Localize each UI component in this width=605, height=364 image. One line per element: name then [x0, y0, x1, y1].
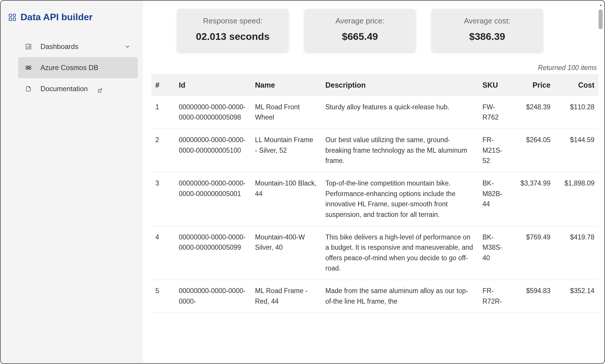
sidebar-nav: Dashboards Azure Cosmos DB — [1, 36, 143, 99]
cell-id: 00000000-0000-0000-0000-000000005100 — [175, 129, 251, 172]
cell-sku: FR-R72R- — [478, 280, 511, 313]
sidebar-item-label: Documentation — [40, 85, 88, 93]
cell-description: This bike delivers a high-level of perfo… — [321, 226, 478, 280]
sidebar-item-label: Azure Cosmos DB — [40, 64, 98, 72]
th-sku[interactable]: SKU — [478, 74, 511, 96]
th-name[interactable]: Name — [251, 74, 321, 96]
chevron-down-icon — [124, 43, 131, 50]
cell-cost: $352.14 — [555, 280, 599, 313]
card-value: $665.49 — [314, 31, 406, 42]
main-content: Response speed: 02.013 seconds Average p… — [143, 1, 604, 363]
cell-description: Sturdy alloy features a quick-release hu… — [321, 96, 478, 129]
table-row[interactable]: 300000000-0000-0000-0000-000000005001Mou… — [151, 172, 599, 226]
cell-id: 00000000-0000-0000-0000- — [175, 280, 251, 313]
cosmos-icon — [25, 64, 32, 72]
cell-num: 4 — [151, 226, 175, 280]
table-row[interactable]: 200000000-0000-0000-0000-000000005100LL … — [151, 129, 599, 172]
cell-cost: $419.78 — [555, 226, 599, 280]
cell-price: $264.05 — [511, 129, 555, 172]
sidebar-item-label: Dashboards — [40, 42, 78, 51]
scroll-thumb[interactable] — [599, 9, 603, 29]
card-value: 02.013 seconds — [186, 31, 279, 42]
cell-num: 2 — [151, 129, 175, 172]
sidebar-item-documentation[interactable]: Documentation — [18, 78, 138, 99]
scrollbar[interactable]: ▴ — [597, 1, 604, 363]
cell-name: LL Mountain Frame - Silver, 52 — [251, 129, 321, 172]
cell-id: 00000000-0000-0000-0000-000000005099 — [175, 226, 251, 280]
cell-id: 00000000-0000-0000-0000-000000005098 — [175, 96, 251, 129]
cell-num: 1 — [151, 96, 175, 129]
scroll-up-icon[interactable]: ▴ — [598, 2, 603, 8]
card-label: Response speed: — [186, 16, 279, 25]
svg-point-1 — [28, 67, 29, 69]
app-title: Data API builder — [21, 12, 93, 23]
results-table: # Id Name Description SKU Price Cost 100… — [151, 74, 599, 313]
sidebar-item-azure-cosmos-db[interactable]: Azure Cosmos DB — [18, 57, 138, 78]
cell-num: 3 — [151, 172, 175, 226]
sidebar-item-dashboards[interactable]: Dashboards — [18, 36, 138, 57]
cell-num: 5 — [151, 280, 175, 313]
card-label: Average price: — [314, 16, 406, 25]
th-description[interactable]: Description — [321, 74, 478, 96]
sidebar-header: Data API builder — [1, 8, 143, 36]
cell-name: Mountain-400-W Silver, 40 — [251, 226, 321, 280]
th-num[interactable]: # — [151, 74, 175, 96]
cell-sku: BK-M38S-40 — [478, 226, 511, 280]
table-row[interactable]: 400000000-0000-0000-0000-000000005099Mou… — [151, 226, 599, 280]
card-response-speed: Response speed: 02.013 seconds — [177, 9, 288, 52]
cell-sku: BK-M82B-44 — [478, 172, 511, 226]
metric-cards: Response speed: 02.013 seconds Average p… — [151, 9, 599, 52]
card-average-cost: Average cost: $386.39 — [431, 9, 543, 52]
th-id[interactable]: Id — [175, 74, 251, 96]
cell-name: ML Road Frame - Red, 44 — [251, 280, 321, 313]
table-row[interactable]: 500000000-0000-0000-0000-ML Road Frame -… — [151, 280, 599, 313]
cell-sku: FR-M21S-52 — [478, 129, 511, 172]
cell-name: ML Road Front Wheel — [251, 96, 321, 129]
cell-sku: FW-R762 — [478, 96, 511, 129]
cell-description: Our best value utilizing the same, groun… — [321, 129, 478, 172]
th-cost[interactable]: Cost — [555, 74, 599, 96]
cell-price: $594.83 — [511, 280, 555, 313]
cell-cost: $144.59 — [555, 129, 599, 172]
cell-id: 00000000-0000-0000-0000-000000005001 — [175, 172, 251, 226]
cell-cost: $1,898.09 — [555, 172, 599, 226]
cell-name: Mountain-100 Black, 44 — [251, 172, 321, 226]
card-average-price: Average price: $665.49 — [304, 9, 416, 52]
cell-description: Made from the same aluminum alloy as our… — [321, 280, 478, 313]
app-grid-icon — [9, 14, 16, 21]
table-header-row: # Id Name Description SKU Price Cost — [151, 74, 599, 96]
dashboard-icon — [25, 43, 32, 50]
cell-cost: $110.28 — [555, 96, 599, 129]
card-value: $386.39 — [441, 31, 533, 42]
external-link-icon — [98, 86, 102, 91]
cell-price: $248.39 — [511, 96, 555, 129]
cell-price: $769.49 — [511, 226, 555, 280]
cell-description: Top-of-the-line competition mountain bik… — [321, 172, 478, 226]
returned-count: Returned 100 items — [151, 64, 599, 74]
cell-price: $3,374.99 — [511, 172, 555, 226]
card-label: Average cost: — [441, 16, 533, 25]
table-row[interactable]: 100000000-0000-0000-0000-000000005098ML … — [151, 96, 599, 129]
sidebar: Data API builder Dashboards — [1, 1, 143, 363]
document-icon — [25, 85, 32, 93]
th-price[interactable]: Price — [511, 74, 555, 96]
